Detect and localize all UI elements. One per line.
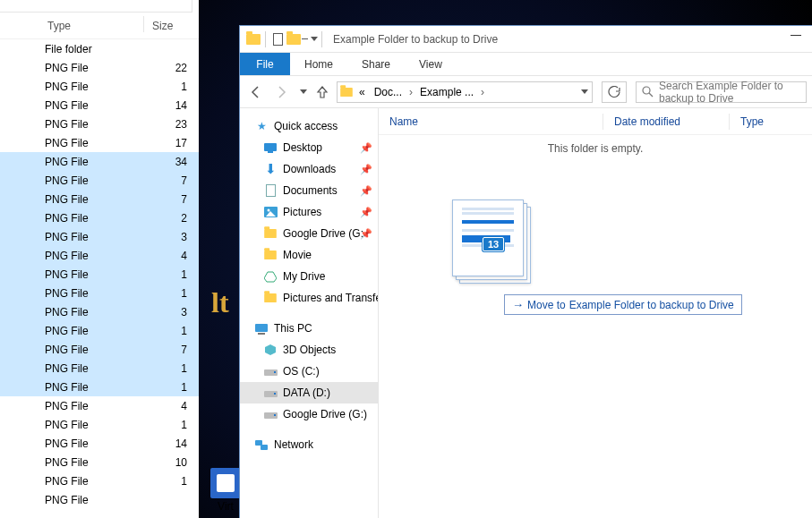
up-button[interactable] — [312, 81, 333, 103]
left-columns-header[interactable]: Type Size — [0, 13, 199, 39]
content-pane[interactable]: Name Date modified Type This folder is e… — [379, 108, 812, 518]
recent-dropdown-icon[interactable] — [295, 81, 308, 103]
navigation-row: « Doc... › Example ... › Search Example … — [240, 76, 812, 108]
tree-desktop[interactable]: Desktop 📌 — [240, 137, 378, 158]
back-button[interactable] — [245, 81, 267, 103]
tree-data-d[interactable]: DATA (D:) — [240, 382, 378, 403]
navigation-tree[interactable]: ★ Quick access Desktop 📌 ⬇ Downloads 📌 D… — [240, 108, 379, 518]
disk-icon — [263, 407, 278, 421]
tree-documents[interactable]: Documents 📌 — [240, 180, 378, 201]
tree-3d-objects[interactable]: 3D Objects — [240, 339, 378, 361]
pictures-icon — [263, 205, 278, 219]
column-header-name[interactable]: Name — [379, 115, 603, 128]
title-bar[interactable]: Example Folder to backup to Drive — [240, 26, 812, 53]
file-row[interactable]: PNG File22 — [0, 58, 199, 77]
3d-icon — [263, 343, 278, 357]
file-type-cell: PNG File — [0, 268, 143, 281]
file-row[interactable]: PNG File7 — [0, 190, 199, 208]
column-header-type[interactable]: Type — [730, 115, 783, 128]
file-size-cell: 34 — [143, 156, 192, 168]
tree-os-c[interactable]: OS (C:) — [240, 361, 378, 382]
column-header-type[interactable]: Type — [40, 13, 139, 39]
file-type-cell: PNG File — [0, 99, 143, 112]
folder-icon — [263, 248, 278, 262]
column-divider[interactable] — [143, 16, 144, 32]
tab-file[interactable]: File — [240, 53, 290, 75]
refresh-button[interactable] — [602, 81, 627, 103]
tab-view[interactable]: View — [405, 53, 457, 75]
content-columns-header[interactable]: Name Date modified Type — [379, 108, 812, 135]
desktop-shortcut[interactable]: Virt — [208, 468, 244, 513]
breadcrumb-caret-icon[interactable]: › — [479, 86, 486, 98]
file-size-cell: 14 — [143, 99, 192, 112]
file-row[interactable]: PNG File1 — [0, 415, 199, 434]
file-row[interactable]: File folder — [0, 39, 199, 58]
column-header-date[interactable]: Date modified — [603, 115, 729, 128]
desktop-icon — [263, 140, 278, 155]
search-icon — [642, 86, 654, 98]
file-size-cell: 1 — [143, 475, 192, 488]
file-row[interactable]: PNG File4 — [0, 396, 199, 415]
file-row[interactable]: PNG File — [0, 490, 199, 509]
tree-google-drive-g2[interactable]: Google Drive (G:) — [240, 403, 378, 425]
tree-downloads[interactable]: ⬇ Downloads 📌 — [240, 158, 378, 180]
file-row[interactable]: PNG File1 — [0, 77, 199, 96]
breadcrumb-caret-icon[interactable]: › — [407, 86, 415, 98]
file-type-cell: PNG File — [0, 118, 143, 131]
file-row[interactable]: PNG File3 — [0, 227, 199, 246]
address-dropdown-icon[interactable] — [577, 89, 590, 94]
tab-home[interactable]: Home — [290, 53, 347, 75]
file-row[interactable]: PNG File2 — [0, 208, 199, 227]
minimize-button[interactable] — [791, 35, 801, 36]
address-seg-2[interactable]: Example ... — [416, 86, 477, 98]
qat-customize-icon[interactable] — [302, 30, 318, 49]
file-row[interactable]: PNG File7 — [0, 171, 199, 190]
tree-pictures-transfer[interactable]: Pictures and Transfe — [240, 287, 378, 309]
tree-my-drive[interactable]: My Drive — [240, 266, 378, 287]
file-row[interactable]: PNG File34 — [0, 152, 199, 171]
search-box[interactable]: Search Example Folder to backup to Drive — [636, 81, 807, 103]
tree-label: 3D Objects — [283, 344, 336, 356]
file-row[interactable]: PNG File7 — [0, 340, 199, 359]
file-row[interactable]: PNG File14 — [0, 434, 199, 453]
address-seg-1[interactable]: Doc... — [371, 86, 406, 98]
tree-label: Pictures and Transfe — [283, 292, 379, 304]
file-row[interactable]: PNG File4 — [0, 246, 199, 265]
tab-share[interactable]: Share — [347, 53, 405, 75]
forward-button[interactable] — [270, 81, 292, 103]
file-row[interactable]: PNG File14 — [0, 96, 199, 115]
file-row[interactable]: PNG File1 — [0, 284, 199, 302]
file-size-cell: 17 — [143, 137, 192, 149]
file-row[interactable]: PNG File1 — [0, 359, 199, 378]
address-prefix: « — [355, 86, 369, 98]
address-bar[interactable]: « Doc... › Example ... › — [337, 81, 593, 103]
file-row[interactable]: PNG File23 — [0, 115, 199, 133]
properties-icon[interactable] — [269, 30, 286, 49]
column-header-size[interactable]: Size — [145, 13, 194, 39]
file-row[interactable]: PNG File10 — [0, 453, 199, 471]
file-type-cell: PNG File — [0, 62, 143, 74]
new-folder-icon[interactable] — [286, 30, 302, 49]
file-row[interactable]: PNG File1 — [0, 471, 199, 490]
tree-movie[interactable]: Movie — [240, 244, 378, 266]
svg-line-1 — [649, 93, 653, 97]
tree-label: Google Drive (G:) — [283, 408, 367, 420]
empty-folder-text: This folder is empty. — [379, 142, 812, 155]
file-row[interactable]: PNG File17 — [0, 133, 199, 152]
tree-quick-access[interactable]: ★ Quick access — [240, 115, 378, 137]
tree-pictures[interactable]: Pictures 📌 — [240, 201, 378, 223]
folder-icon[interactable] — [245, 30, 261, 49]
file-type-cell: PNG File — [0, 250, 143, 262]
file-row[interactable]: PNG File3 — [0, 302, 199, 321]
file-type-cell: PNG File — [0, 456, 143, 469]
file-row[interactable]: PNG File1 — [0, 265, 199, 284]
tree-network[interactable]: Network — [240, 434, 378, 455]
file-list[interactable]: File folderPNG File22PNG File1PNG File14… — [0, 39, 199, 509]
file-row[interactable]: PNG File1 — [0, 378, 199, 396]
svg-rect-17 — [261, 445, 268, 450]
tree-google-drive-g[interactable]: Google Drive (G: 📌 — [240, 223, 378, 244]
tree-this-pc[interactable]: This PC — [240, 318, 378, 339]
file-size-cell: 1 — [143, 381, 192, 394]
qat-sep — [265, 31, 266, 47]
file-row[interactable]: PNG File1 — [0, 321, 199, 340]
